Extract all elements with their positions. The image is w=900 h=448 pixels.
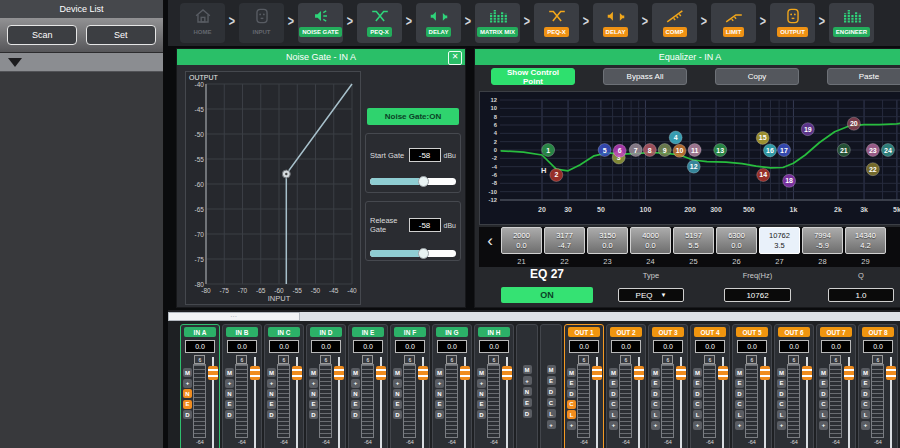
in-d-btn-e[interactable]: E xyxy=(309,400,318,409)
out-2-btn-d[interactable]: D xyxy=(609,389,618,398)
out-3-btn-c[interactable]: C xyxy=(651,400,660,409)
eq-band-22-button[interactable]: 3177-4.7 xyxy=(544,227,585,254)
channel-label-out-1[interactable]: OUT 1 xyxy=(568,327,600,337)
eq-point-16[interactable]: 16 xyxy=(763,144,776,157)
in-f-btn-d[interactable]: D xyxy=(393,410,402,419)
in-e-btn-plus[interactable]: + xyxy=(351,379,360,388)
out-2-btn-e[interactable]: E xyxy=(609,379,618,388)
in-h-btn-plus[interactable]: + xyxy=(477,379,486,388)
in-d-btn-m[interactable]: M xyxy=(309,368,318,377)
channel-fader[interactable] xyxy=(460,355,470,448)
in-c-btn-e[interactable]: E xyxy=(267,400,276,409)
eq-point-9[interactable]: 9 xyxy=(658,144,671,157)
eq-type-select[interactable]: PEQ ▼ xyxy=(618,288,684,302)
in-g-btn-e[interactable]: E xyxy=(435,400,444,409)
fader-handle-out-4[interactable] xyxy=(718,366,728,380)
eq-point-15[interactable]: 15 xyxy=(756,131,769,144)
out-8-btn-plus[interactable]: + xyxy=(861,421,870,430)
nav-item-matrix-mix[interactable]: MATRIX MIX xyxy=(475,3,520,43)
nav-item-noise-gate[interactable]: NOISE GATE xyxy=(298,3,343,43)
in-b-btn-e[interactable]: E xyxy=(225,400,234,409)
output-master-btn-d[interactable]: D xyxy=(547,387,556,396)
in-b-btn-n[interactable]: N xyxy=(225,389,234,398)
bypass-all-button[interactable]: Bypass All xyxy=(603,68,687,85)
channel-label-out-6[interactable]: OUT 6 xyxy=(778,327,810,337)
eq-point-7[interactable]: 7 xyxy=(629,144,642,157)
eq-point-20[interactable]: 20 xyxy=(847,117,860,130)
out-6-btn-l[interactable]: L xyxy=(777,410,786,419)
start-gate-slider-knob[interactable] xyxy=(418,176,429,187)
eq-point-1[interactable]: 1 xyxy=(542,144,555,157)
eq-point-23[interactable]: 23 xyxy=(866,144,879,157)
channel-label-in-h[interactable]: IN H xyxy=(478,327,510,337)
out-6-btn-m[interactable]: M xyxy=(777,368,786,377)
out-4-btn-c[interactable]: C xyxy=(693,400,702,409)
out-1-btn-m[interactable]: M xyxy=(567,368,576,377)
out-2-btn-l[interactable]: L xyxy=(609,410,618,419)
in-a-btn-n[interactable]: N xyxy=(183,389,192,398)
fader-handle-out-2[interactable] xyxy=(634,366,644,380)
output-master-btn-plus[interactable]: + xyxy=(547,420,556,429)
in-b-btn-d[interactable]: D xyxy=(225,410,234,419)
tree-expand-icon[interactable] xyxy=(8,58,22,67)
eq-on-button[interactable]: ON xyxy=(501,287,593,303)
fader-handle-out-7[interactable] xyxy=(844,366,854,380)
input-master-btn-m[interactable]: M xyxy=(523,365,532,374)
in-a-btn-plus[interactable]: + xyxy=(183,379,192,388)
channel-fader[interactable] xyxy=(802,355,812,448)
eq-point-8[interactable]: 8 xyxy=(643,144,656,157)
out-1-btn-c[interactable]: C xyxy=(567,400,576,409)
out-4-btn-d[interactable]: D xyxy=(693,389,702,398)
out-5-btn-c[interactable]: C xyxy=(735,400,744,409)
channel-fader[interactable] xyxy=(718,355,728,448)
channel-fader[interactable] xyxy=(502,355,512,448)
release-gate-value[interactable]: -58 xyxy=(409,218,441,232)
out-6-btn-e[interactable]: E xyxy=(777,379,786,388)
out-5-btn-m[interactable]: M xyxy=(735,368,744,377)
output-master-btn-m[interactable]: M xyxy=(547,365,556,374)
output-master-btn-c[interactable]: C xyxy=(547,398,556,407)
fader-handle-in-d[interactable] xyxy=(334,366,344,380)
in-g-btn-plus[interactable]: + xyxy=(435,379,444,388)
in-d-btn-d[interactable]: D xyxy=(309,410,318,419)
band-scroll-left-icon[interactable]: ‹ xyxy=(479,227,501,255)
channel-fader[interactable] xyxy=(676,355,686,448)
fader-handle-in-g[interactable] xyxy=(460,366,470,380)
fader-handle-in-b[interactable] xyxy=(250,366,260,380)
out-8-btn-l[interactable]: L xyxy=(861,410,870,419)
channel-fader[interactable] xyxy=(376,355,386,448)
eq-band-25-button[interactable]: 51975.5 xyxy=(673,227,714,254)
channel-fader[interactable] xyxy=(250,355,260,448)
out-6-btn-plus[interactable]: + xyxy=(777,421,786,430)
in-c-btn-plus[interactable]: + xyxy=(267,379,276,388)
channel-label-in-a[interactable]: IN A xyxy=(184,327,216,337)
out-1-btn-d[interactable]: D xyxy=(567,389,576,398)
in-b-btn-m[interactable]: M xyxy=(225,368,234,377)
nav-item-delay[interactable]: DELAY xyxy=(416,3,461,43)
input-master-btn-n[interactable]: N xyxy=(523,387,532,396)
out-4-btn-plus[interactable]: + xyxy=(693,421,702,430)
out-5-btn-e[interactable]: E xyxy=(735,379,744,388)
eq-point-2[interactable]: 2 xyxy=(550,168,563,181)
fader-handle-out-3[interactable] xyxy=(676,366,686,380)
in-e-btn-n[interactable]: N xyxy=(351,389,360,398)
out-4-btn-m[interactable]: M xyxy=(693,368,702,377)
fader-handle-in-h[interactable] xyxy=(502,366,512,380)
show-control-point-button[interactable]: Show Control Point xyxy=(491,68,575,85)
in-g-btn-m[interactable]: M xyxy=(435,368,444,377)
nav-item-input[interactable]: INPUT xyxy=(239,3,284,43)
out-3-btn-e[interactable]: E xyxy=(651,379,660,388)
out-7-btn-m[interactable]: M xyxy=(819,368,828,377)
in-d-btn-plus[interactable]: + xyxy=(309,379,318,388)
nav-item-comp[interactable]: COMP xyxy=(652,3,697,43)
out-7-btn-d[interactable]: D xyxy=(819,389,828,398)
eq-band-28-button[interactable]: 7994-5.9 xyxy=(802,227,843,254)
channel-label-in-d[interactable]: IN D xyxy=(310,327,342,337)
channel-label-out-7[interactable]: OUT 7 xyxy=(820,327,852,337)
nav-item-output[interactable]: OUTPUT xyxy=(770,3,815,43)
channel-fader[interactable] xyxy=(592,355,602,448)
out-6-btn-d[interactable]: D xyxy=(777,389,786,398)
in-c-btn-d[interactable]: D xyxy=(267,410,276,419)
in-a-btn-d[interactable]: D xyxy=(183,410,192,419)
eq-point-17[interactable]: 17 xyxy=(777,144,790,157)
